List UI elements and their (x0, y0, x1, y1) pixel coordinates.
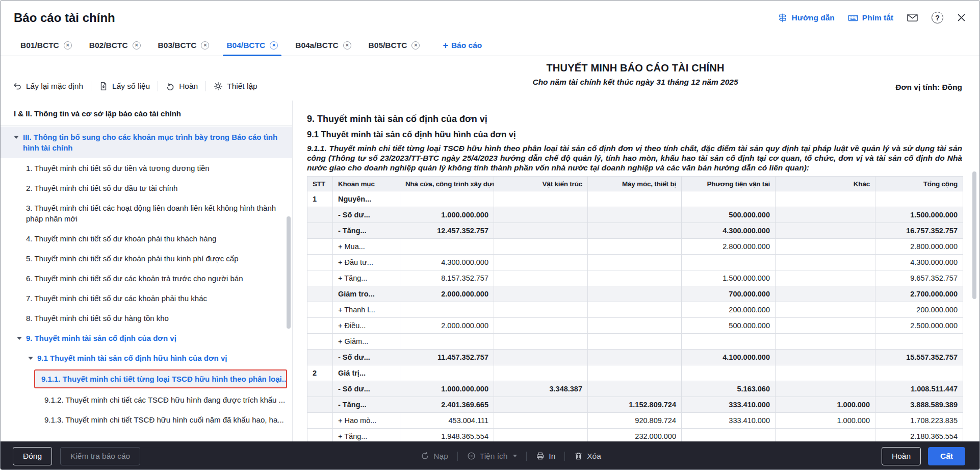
tree-item[interactable]: 5. Thuyết minh chi tiết số dư khoản phải… (1, 249, 292, 268)
cell-value[interactable] (588, 255, 682, 270)
cell-value[interactable] (588, 286, 682, 302)
cell-value[interactable] (776, 350, 875, 365)
settings-button[interactable]: Thiết lập (211, 80, 260, 93)
load-button[interactable]: Nạp (421, 452, 448, 461)
cell-value[interactable] (875, 191, 963, 207)
cell-label[interactable]: - Tăng... (333, 223, 400, 239)
tree-item[interactable]: I & II. Thông tin và cơ sở lập báo cáo t… (1, 104, 292, 126)
document-scrollbar-thumb[interactable] (972, 171, 976, 299)
cell-label[interactable]: + Tăng... (333, 270, 400, 286)
tree-item[interactable]: 8. Thuyết minh chi tiết số dư hàng tồn k… (1, 308, 292, 328)
document-scrollbar[interactable] (972, 103, 976, 439)
cell-value[interactable]: 1.000.000 (776, 397, 875, 413)
cell-stt[interactable] (307, 239, 333, 255)
cell-stt[interactable] (307, 350, 333, 365)
cell-stt[interactable] (307, 413, 333, 429)
cell-value[interactable]: 12.457.352.757 (400, 223, 494, 239)
close-report-button[interactable]: Đóng (13, 447, 52, 465)
tree-item[interactable]: 4. Thuyết minh chi tiết số dư khoản phải… (1, 229, 292, 249)
tab-close-icon[interactable]: × (411, 41, 420, 50)
cell-value[interactable]: 2.800.000.000 (875, 239, 963, 255)
cell-value[interactable] (776, 255, 875, 270)
cell-value[interactable]: 3.888.589.389 (875, 397, 963, 413)
cell-value[interactable]: 2.000.000.000 (400, 286, 494, 302)
cell-label[interactable]: - Số dư... (333, 381, 400, 397)
cell-value[interactable] (588, 191, 682, 207)
chevron-down-icon[interactable] (28, 357, 33, 360)
cell-stt[interactable]: 2 (307, 365, 333, 381)
cell-value[interactable] (588, 381, 682, 397)
tab-close-icon[interactable]: × (133, 41, 141, 50)
cell-value[interactable]: 2.700.000.000 (875, 286, 963, 302)
cell-value[interactable]: 1.152.809.724 (588, 397, 682, 413)
cell-value[interactable] (588, 318, 682, 334)
print-button[interactable]: In (536, 452, 555, 461)
cell-value[interactable] (776, 223, 875, 239)
cell-value[interactable] (588, 270, 682, 286)
undo-footer-button[interactable]: Hoàn (882, 447, 921, 465)
cell-value[interactable] (875, 334, 963, 350)
cell-value[interactable] (682, 429, 776, 441)
cell-value[interactable]: 8.157.352.757 (400, 270, 494, 286)
get-data-button[interactable]: Lấy số liệu (96, 80, 153, 93)
cell-value[interactable] (494, 255, 588, 270)
tab-b04a-bctc[interactable]: B04a/BCTC× (287, 35, 359, 56)
tab-close-icon[interactable]: × (64, 41, 72, 50)
cell-value[interactable]: 920.809.724 (588, 413, 682, 429)
cell-value[interactable] (776, 365, 875, 381)
chevron-down-icon[interactable] (14, 136, 19, 139)
cell-stt[interactable]: 1 (307, 191, 333, 207)
cell-stt[interactable] (307, 334, 333, 350)
cell-value[interactable] (588, 350, 682, 365)
cell-value[interactable]: 700.000.000 (682, 286, 776, 302)
cell-value[interactable] (682, 334, 776, 350)
cell-value[interactable] (588, 223, 682, 239)
cell-value[interactable]: 500.000.000 (682, 207, 776, 223)
cell-value[interactable] (494, 397, 588, 413)
cell-value[interactable]: 2.500.000.000 (875, 318, 963, 334)
save-button[interactable]: Cất (928, 447, 965, 465)
tab-b03-bctc[interactable]: B03/BCTC× (149, 35, 218, 56)
cell-value[interactable]: 1.708.223.835 (875, 413, 963, 429)
cell-value[interactable] (776, 191, 875, 207)
cell-label[interactable]: + Tăng... (333, 429, 400, 441)
cell-value[interactable]: 200.000.000 (682, 302, 776, 318)
cell-value[interactable] (682, 365, 776, 381)
mail-button[interactable] (907, 12, 918, 23)
cell-value[interactable]: 1.008.511.447 (875, 381, 963, 397)
utilities-button[interactable]: Tiện ích (467, 452, 518, 461)
cell-label[interactable]: - Số dư... (333, 350, 400, 365)
cell-value[interactable] (776, 302, 875, 318)
cell-value[interactable] (588, 365, 682, 381)
cell-value[interactable] (588, 239, 682, 255)
cell-stt[interactable] (307, 223, 333, 239)
tab-b01-bctc[interactable]: B01/BCTC× (12, 35, 81, 56)
cell-value[interactable]: 1.948.365.554 (400, 429, 494, 441)
tree-scrollbar[interactable] (287, 101, 291, 441)
cell-value[interactable] (400, 334, 494, 350)
cell-value[interactable]: 2.401.369.665 (400, 397, 494, 413)
tree-scrollbar-thumb[interactable] (287, 216, 291, 329)
cell-value[interactable]: 16.757.352.757 (875, 223, 963, 239)
cell-value[interactable]: 1.500.000.000 (875, 207, 963, 223)
cell-stt[interactable] (307, 286, 333, 302)
cell-stt[interactable] (307, 429, 333, 441)
cell-value[interactable] (494, 413, 588, 429)
cell-label[interactable]: Giá trị... (333, 365, 400, 381)
tree-item[interactable]: 9.1.1. Thuyết minh chi tiết từng loại TS… (34, 369, 287, 388)
cell-value[interactable] (776, 239, 875, 255)
cell-value[interactable]: 4.300.000.000 (400, 255, 494, 270)
cell-label[interactable]: + Giảm... (333, 334, 400, 350)
cell-value[interactable] (494, 429, 588, 441)
cell-value[interactable] (400, 239, 494, 255)
undo-button[interactable]: Hoàn (163, 80, 201, 93)
cell-value[interactable]: 4.300.000.000 (875, 255, 963, 270)
cell-value[interactable] (400, 191, 494, 207)
cell-value[interactable] (776, 270, 875, 286)
cell-value[interactable] (494, 350, 588, 365)
cell-label[interactable]: + Điều... (333, 318, 400, 334)
tab-close-icon[interactable]: × (201, 41, 209, 50)
delete-button[interactable]: Xóa (574, 452, 601, 461)
cell-value[interactable] (682, 255, 776, 270)
tree-item[interactable]: 6. Thuyết minh chi tiết số dư các khoản … (1, 268, 292, 288)
